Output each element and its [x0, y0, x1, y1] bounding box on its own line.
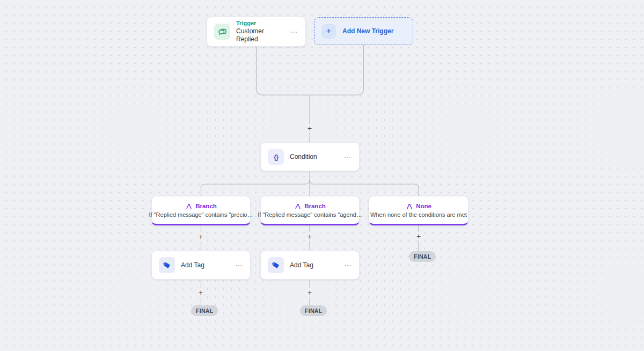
- trigger-type-label: Trigger: [236, 20, 284, 27]
- branch-split-icon: [294, 202, 302, 210]
- curly-braces-icon: {}: [268, 149, 284, 165]
- add-new-trigger-label: Add New Trigger: [342, 27, 393, 35]
- branch-split-icon: [185, 202, 193, 210]
- add-tag-title: Add Tag: [290, 261, 313, 269]
- plus-icon: +: [321, 24, 336, 39]
- add-tag-menu-button[interactable]: ⋯: [235, 261, 243, 269]
- trigger-title: Customer Replied: [236, 27, 284, 43]
- final-badge: FINAL: [191, 305, 218, 316]
- add-tag-menu-button[interactable]: ⋯: [344, 261, 352, 269]
- branch-node-1[interactable]: Branch If "Replied message" contains "pr…: [151, 196, 251, 225]
- branch-condition-text: When none of the conditions are met: [370, 211, 467, 218]
- condition-menu-button[interactable]: ⋯: [344, 152, 352, 161]
- branch-condition-text: If "Replied message" contains "agend…: [258, 211, 362, 218]
- add-tag-title: Add Tag: [181, 261, 204, 269]
- condition-node[interactable]: {} Condition ⋯: [260, 142, 360, 171]
- tag-icon: [159, 257, 175, 273]
- add-tag-node-1[interactable]: Add Tag ⋯: [151, 251, 251, 280]
- branch-type-label: Branch: [304, 203, 326, 209]
- workflow-canvas[interactable]: Trigger Customer Replied ⋯ + Add New Tri…: [0, 0, 644, 351]
- final-badge: FINAL: [300, 305, 327, 316]
- branch-type-label: Branch: [195, 203, 217, 209]
- add-step-button[interactable]: +: [305, 288, 314, 297]
- chat-bubbles-icon: [214, 24, 230, 40]
- condition-title: Condition: [290, 153, 317, 160]
- branch-condition-text: If "Replied message" contains "precio…: [149, 211, 253, 218]
- branch-split-icon: [406, 202, 413, 210]
- trigger-node[interactable]: Trigger Customer Replied ⋯: [207, 17, 306, 47]
- connector-lines: [0, 0, 644, 351]
- add-step-button[interactable]: +: [305, 232, 314, 241]
- add-step-button[interactable]: +: [305, 124, 314, 133]
- branch-node-2[interactable]: Branch If "Replied message" contains "ag…: [260, 196, 360, 225]
- add-step-button[interactable]: +: [196, 288, 205, 297]
- tag-icon: [268, 257, 284, 273]
- branch-type-label: None: [416, 203, 431, 209]
- branch-node-none[interactable]: None When none of the conditions are met: [369, 196, 469, 225]
- final-badge: FINAL: [409, 251, 436, 262]
- trigger-menu-button[interactable]: ⋯: [290, 27, 298, 36]
- add-step-button[interactable]: +: [414, 232, 423, 240]
- add-new-trigger-button[interactable]: + Add New Trigger: [314, 17, 413, 45]
- add-step-button[interactable]: +: [196, 232, 205, 241]
- add-tag-node-2[interactable]: Add Tag ⋯: [260, 251, 360, 280]
